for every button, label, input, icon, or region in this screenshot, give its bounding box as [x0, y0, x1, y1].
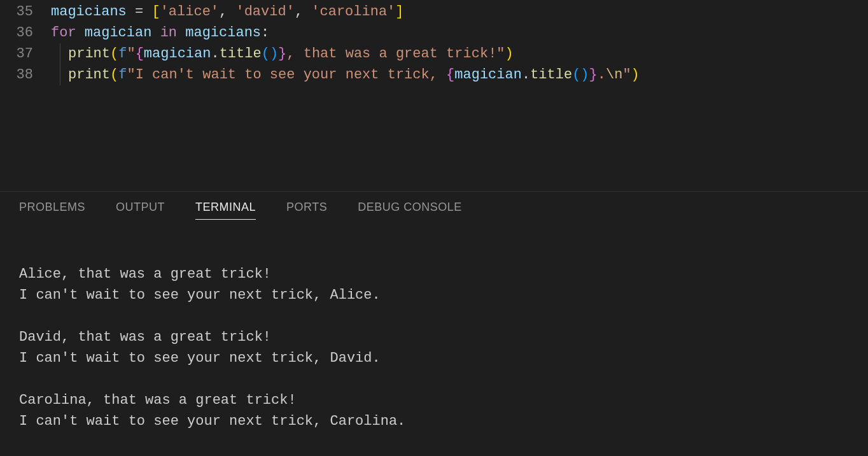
token-var: magician — [144, 46, 211, 62]
token-bracket: ( — [110, 46, 118, 62]
token-str: " — [496, 46, 505, 62]
token-var: magician — [454, 67, 522, 83]
token-bracket: ) — [505, 46, 514, 62]
code-content[interactable]: print(f"{magician.title()}, that was a g… — [51, 43, 514, 64]
code-content[interactable]: print(f"I can't wait to see your next tr… — [51, 64, 640, 85]
token-var: magicians — [185, 25, 261, 41]
token-str: I can't wait to see your next trick, — [136, 67, 446, 83]
token-bracket: { — [446, 67, 454, 83]
token-prefix: f — [118, 67, 127, 83]
code-line[interactable]: 36 for magician in magicians: — [0, 22, 868, 43]
code-content[interactable]: for magician in magicians: — [51, 25, 269, 41]
token-op: = — [127, 4, 152, 20]
token-str: " — [622, 67, 631, 83]
token-bracket: ( — [572, 67, 580, 83]
code-line[interactable]: 37 print(f"{magician.title()}, that was … — [0, 43, 868, 64]
token-func: title — [530, 67, 572, 83]
token-bracket: { — [136, 46, 144, 62]
panel-tabs: PROBLEMS OUTPUT TERMINAL PORTS DEBUG CON… — [0, 192, 868, 229]
token-func: print — [68, 46, 110, 62]
token-bracket: ) — [270, 46, 278, 62]
token-bracket: } — [278, 46, 286, 62]
line-number: 36 — [0, 25, 51, 41]
tab-debug-console[interactable]: DEBUG CONSOLE — [358, 201, 462, 220]
token-bracket: ) — [631, 67, 640, 83]
line-number: 35 — [0, 4, 51, 20]
token-str: 'alice' — [160, 4, 219, 20]
indent-guide — [60, 64, 68, 85]
token-escape: \n — [606, 67, 622, 83]
code-editor[interactable]: 35 magicians = ['alice', 'david', 'carol… — [0, 0, 868, 191]
token-bracket: } — [589, 67, 598, 83]
token-bracket: ] — [395, 4, 403, 20]
token-var: magicians — [51, 4, 127, 20]
tab-problems[interactable]: PROBLEMS — [19, 201, 85, 220]
token-sp — [76, 25, 85, 41]
token-str: " — [127, 46, 135, 62]
token-punc: . — [522, 67, 530, 83]
token-sp — [151, 25, 160, 41]
token-str: 'carolina' — [311, 4, 395, 20]
token-punc: . — [211, 46, 219, 62]
line-number: 37 — [0, 46, 51, 62]
tab-terminal[interactable]: TERMINAL — [195, 201, 256, 220]
token-bracket: [ — [151, 4, 160, 20]
token-sp — [177, 25, 185, 41]
token-str: , that was a great trick! — [286, 46, 496, 62]
token-kw: for — [51, 25, 76, 41]
token-str: " — [127, 67, 135, 83]
token-func: title — [220, 46, 262, 62]
token-punc: : — [261, 25, 269, 41]
token-kw: in — [160, 25, 177, 41]
token-str: 'david' — [235, 4, 294, 20]
terminal-output[interactable]: Alice, that was a great trick! I can't w… — [0, 229, 868, 432]
tab-ports[interactable]: PORTS — [286, 201, 327, 220]
token-punc: , — [219, 4, 235, 20]
token-str: . — [598, 67, 606, 83]
code-content[interactable]: magicians = ['alice', 'david', 'carolina… — [51, 4, 404, 20]
token-func: print — [68, 67, 110, 83]
line-number: 38 — [0, 67, 51, 83]
token-bracket: ( — [110, 67, 118, 83]
token-punc: , — [295, 4, 311, 20]
token-prefix: f — [118, 46, 127, 62]
code-line[interactable]: 35 magicians = ['alice', 'david', 'carol… — [0, 1, 868, 22]
token-var: magician — [85, 25, 152, 41]
tab-output[interactable]: OUTPUT — [116, 201, 165, 220]
code-line[interactable]: 38 print(f"I can't wait to see your next… — [0, 64, 868, 85]
token-bracket: ) — [580, 67, 589, 83]
indent-guide — [60, 43, 68, 64]
token-bracket: ( — [262, 46, 270, 62]
